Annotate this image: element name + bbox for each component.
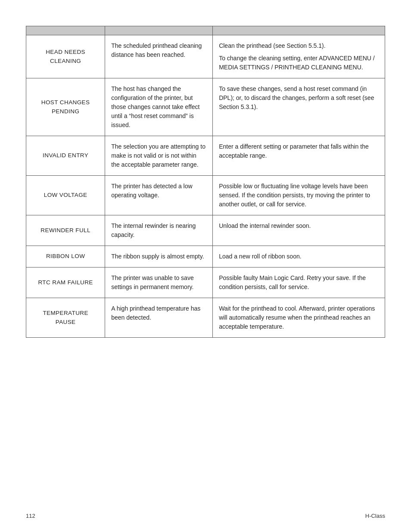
product-name: H-Class bbox=[365, 513, 385, 519]
cause-invalid-entry: The selection you are attempting to make… bbox=[105, 136, 213, 176]
col-header-cause bbox=[105, 26, 213, 35]
message-name-temperature-pause: TEMPERATURE PAUSE bbox=[26, 298, 105, 338]
table-row-temperature-pause: TEMPERATURE PAUSEA high printhead temper… bbox=[26, 298, 385, 338]
cause-host-changes-pending: The host has changed the configuration o… bbox=[105, 78, 213, 136]
message-name-low-voltage: LOW VOLTAGE bbox=[26, 176, 105, 215]
page-number: 112 bbox=[26, 513, 35, 519]
remedy-ribbon-low: Load a new roll of ribbon soon. bbox=[213, 246, 385, 268]
table-header-row bbox=[26, 26, 385, 35]
table-row-rtc-ram-failure: RTC RAM FAILUREThe printer was unable to… bbox=[26, 268, 385, 298]
message-name-ribbon-low: RIBBON LOW bbox=[26, 246, 105, 268]
remedy-invalid-entry: Enter a different setting or parameter t… bbox=[213, 136, 385, 176]
message-name-host-changes-pending: HOST CHANGES PENDING bbox=[26, 78, 105, 136]
remedy-rtc-ram-failure: Possible faulty Main Logic Card. Retry y… bbox=[213, 268, 385, 298]
table-row-rewinder-full: REWINDER FULLThe internal rewinder is ne… bbox=[26, 215, 385, 246]
remedy-low-voltage: Possible low or fluctuating line voltage… bbox=[213, 176, 385, 215]
page: HEAD NEEDS CLEANINGThe scheduled printhe… bbox=[0, 0, 411, 372]
cause-rewinder-full: The internal rewinder is nearing capacit… bbox=[105, 215, 213, 246]
table-row-invalid-entry: INVALID ENTRYThe selection you are attem… bbox=[26, 136, 385, 176]
message-name-rewinder-full: REWINDER FULL bbox=[26, 215, 105, 246]
cause-rtc-ram-failure: The printer was unable to save settings … bbox=[105, 268, 213, 298]
cause-ribbon-low: The ribbon supply is almost empty. bbox=[105, 246, 213, 268]
table-row-low-voltage: LOW VOLTAGEThe printer has detected a lo… bbox=[26, 176, 385, 215]
remedy-temperature-pause: Wait for the printhead to cool. Afterwar… bbox=[213, 298, 385, 338]
cause-low-voltage: The printer has detected a low operating… bbox=[105, 176, 213, 215]
col-header-message bbox=[26, 26, 105, 35]
cause-head-needs-cleaning: The scheduled printhead cleaning distanc… bbox=[105, 35, 213, 78]
cause-temperature-pause: A high printhead temperature has been de… bbox=[105, 298, 213, 338]
warning-messages-table: HEAD NEEDS CLEANINGThe scheduled printhe… bbox=[26, 26, 385, 338]
table-row-host-changes-pending: HOST CHANGES PENDINGThe host has changed… bbox=[26, 78, 385, 136]
table-row-head-needs-cleaning: HEAD NEEDS CLEANINGThe scheduled printhe… bbox=[26, 35, 385, 78]
remedy-head-needs-cleaning: Clean the printhead (see Section 5.5.1).… bbox=[213, 35, 385, 78]
message-name-invalid-entry: INVALID ENTRY bbox=[26, 136, 105, 176]
message-name-rtc-ram-failure: RTC RAM FAILURE bbox=[26, 268, 105, 298]
page-footer: 112 H-Class bbox=[26, 513, 385, 519]
remedy-host-changes-pending: To save these changes, send a host reset… bbox=[213, 78, 385, 136]
table-row-ribbon-low: RIBBON LOWThe ribbon supply is almost em… bbox=[26, 246, 385, 268]
col-header-remedy bbox=[213, 26, 385, 35]
message-name-head-needs-cleaning: HEAD NEEDS CLEANING bbox=[26, 35, 105, 78]
remedy-rewinder-full: Unload the internal rewinder soon. bbox=[213, 215, 385, 246]
